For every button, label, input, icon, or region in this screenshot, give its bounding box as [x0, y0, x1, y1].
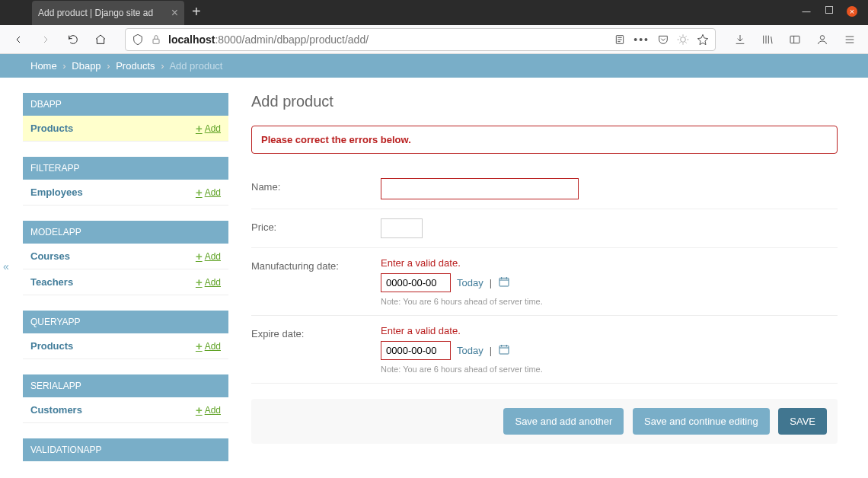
field-mfg-date: Manufacturing date: Enter a valid date. …: [251, 248, 838, 316]
model-link[interactable]: Products: [30, 123, 73, 134]
plus-icon: +: [196, 250, 203, 263]
download-icon[interactable]: [729, 29, 751, 50]
maximize-icon[interactable]: [825, 6, 833, 14]
tab-title: Add product | Django site ad: [38, 8, 153, 18]
pocket-icon[interactable]: [657, 33, 669, 46]
module-caption: QUERYAPP: [23, 311, 228, 333]
breadcrumb-model[interactable]: Products: [116, 60, 155, 72]
url-text: localhost:8000/admin/dbapp/product/add/: [168, 33, 369, 46]
window-controls: — ×: [790, 0, 868, 23]
home-button[interactable]: [90, 29, 111, 50]
sidebar-module: VALIDATIONAPP: [23, 438, 228, 461]
error-mfg: Enter a valid date.: [381, 257, 838, 269]
sidebar-collapse-icon[interactable]: «: [3, 260, 9, 272]
save-add-another-button[interactable]: [503, 408, 624, 435]
page: Home › Dbapp › Products › Add product « …: [0, 54, 868, 478]
module-caption: MODELAPP: [23, 221, 228, 244]
mfg-date-input[interactable]: [381, 273, 451, 292]
module-row: Products+ Add: [23, 333, 228, 359]
back-button[interactable]: [8, 29, 29, 50]
window-close-icon[interactable]: ×: [847, 6, 857, 17]
module-row: Employees+ Add: [23, 180, 228, 206]
account-icon[interactable]: [812, 29, 833, 50]
more-icon[interactable]: •••: [633, 33, 649, 46]
error-note: Please correct the errors below.: [251, 126, 838, 154]
add-link[interactable]: + Add: [196, 250, 221, 263]
plus-icon: +: [196, 403, 203, 416]
lock-icon: [150, 33, 162, 46]
svg-rect-3: [790, 36, 799, 43]
breadcrumb-app[interactable]: Dbapp: [72, 60, 101, 72]
error-exp: Enter a valid date.: [381, 325, 838, 336]
model-link[interactable]: Customers: [30, 404, 82, 416]
page-title: Add product: [251, 93, 838, 110]
help-mfg: Note: You are 6 hours ahead of server ti…: [381, 297, 838, 306]
menu-icon[interactable]: [839, 29, 860, 50]
tab-bar: Add product | Django site ad × + — ×: [0, 0, 868, 25]
plus-icon: +: [196, 276, 203, 288]
sidebar-icon[interactable]: [784, 29, 806, 50]
submit-row: [251, 399, 838, 444]
reader-icon[interactable]: [614, 33, 626, 46]
breadcrumb: Home › Dbapp › Products › Add product: [0, 54, 868, 78]
label-price: Price:: [251, 218, 381, 238]
svg-rect-5: [499, 278, 509, 286]
sidebar: DBAPPProducts+ AddFILTERAPPEmployees+ Ad…: [0, 78, 228, 476]
field-exp-date: Expire date: Enter a valid date. Today |…: [251, 316, 838, 384]
sidebar-module: SERIALAPPCustomers+ Add: [23, 374, 228, 423]
sidebar-module: QUERYAPPProducts+ Add: [23, 311, 228, 359]
add-link[interactable]: + Add: [196, 186, 221, 199]
model-link[interactable]: Teachers: [30, 276, 73, 288]
forward-button[interactable]: [35, 29, 56, 50]
svg-rect-0: [153, 39, 159, 43]
label-exp: Expire date:: [251, 325, 381, 374]
exp-today-link[interactable]: Today: [457, 345, 483, 356]
content: Add product Please correct the errors be…: [228, 78, 868, 476]
plus-icon: +: [196, 186, 203, 199]
browser-toolbar: localhost:8000/admin/dbapp/product/add/ …: [0, 25, 868, 54]
help-exp: Note: You are 6 hours ahead of server ti…: [381, 365, 838, 374]
mfg-today-link[interactable]: Today: [457, 277, 483, 288]
sidebar-module: MODELAPPCourses+ AddTeachers+ Add: [23, 221, 228, 295]
module-caption: VALIDATIONAPP: [23, 438, 228, 461]
module-row: Courses+ Add: [23, 244, 228, 269]
add-link[interactable]: + Add: [196, 122, 221, 135]
calendar-icon[interactable]: [498, 276, 510, 290]
module-row: Products+ Add: [23, 116, 228, 142]
new-tab-button[interactable]: +: [192, 3, 201, 21]
shield-icon: [132, 33, 144, 46]
module-row: Customers+ Add: [23, 397, 228, 423]
url-bar[interactable]: localhost:8000/admin/dbapp/product/add/ …: [125, 28, 716, 51]
add-link[interactable]: + Add: [196, 276, 221, 288]
reload-button[interactable]: [62, 29, 84, 50]
model-link[interactable]: Products: [30, 340, 73, 352]
model-link[interactable]: Employees: [30, 186, 83, 198]
save-button[interactable]: [778, 408, 827, 435]
label-mfg: Manufacturing date:: [251, 257, 381, 306]
minimize-icon[interactable]: —: [801, 6, 812, 17]
calendar-icon[interactable]: [498, 343, 510, 358]
price-input[interactable]: [381, 218, 423, 238]
label-name: Name:: [251, 178, 381, 199]
sidebar-module: DBAPPProducts+ Add: [23, 93, 228, 142]
module-caption: FILTERAPP: [23, 157, 228, 180]
library-icon[interactable]: [757, 29, 778, 50]
field-name: Name:: [251, 169, 838, 209]
field-price: Price:: [251, 209, 838, 248]
svg-point-2: [681, 37, 686, 42]
bug-icon[interactable]: [677, 33, 689, 46]
add-link[interactable]: + Add: [196, 403, 221, 416]
save-continue-button[interactable]: [633, 408, 770, 435]
exp-date-input[interactable]: [381, 341, 451, 360]
breadcrumb-home[interactable]: Home: [30, 60, 57, 72]
browser-tab[interactable]: Add product | Django site ad ×: [32, 1, 184, 25]
module-caption: SERIALAPP: [23, 374, 228, 397]
plus-icon: +: [196, 339, 203, 352]
add-link[interactable]: + Add: [196, 339, 221, 352]
close-icon[interactable]: ×: [171, 6, 178, 20]
module-row: Teachers+ Add: [23, 269, 228, 295]
star-icon[interactable]: [697, 33, 709, 46]
breadcrumb-current: Add product: [169, 60, 222, 72]
model-link[interactable]: Courses: [30, 250, 70, 262]
name-input[interactable]: [381, 178, 579, 199]
